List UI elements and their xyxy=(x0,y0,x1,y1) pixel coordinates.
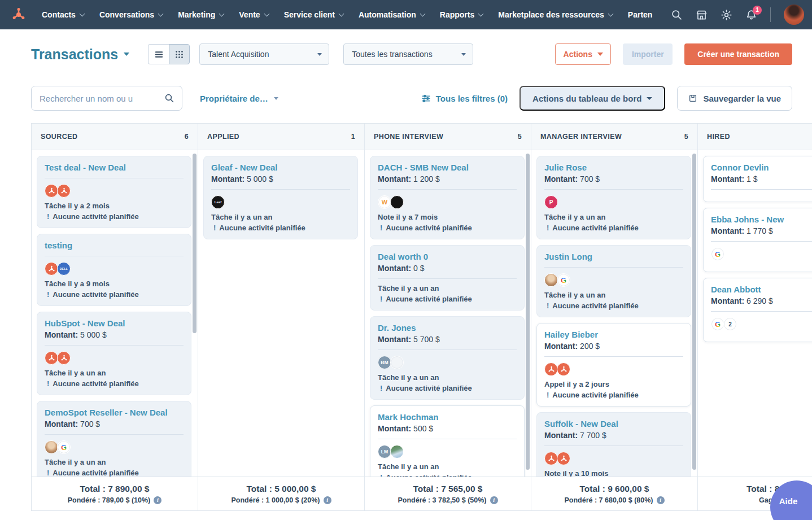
deal-card[interactable]: Justin Long G Tâche il y a un an !Aucune… xyxy=(536,245,691,317)
deal-card[interactable]: testing DELL Tâche il y a 9 mois !Aucune… xyxy=(37,234,191,306)
column-body[interactable]: Julie Rose Montant:700 $ P Tâche il y a … xyxy=(531,150,697,477)
deal-amount: Montant:1 770 $ xyxy=(711,226,812,235)
create-deal-button[interactable]: Créer une transaction xyxy=(684,43,792,65)
deal-title-link[interactable]: Deal worth 0 xyxy=(378,252,517,261)
avatar-row xyxy=(45,183,184,198)
column-count: 6 xyxy=(185,133,189,141)
kanban-column-applied: APPLIED 1 Gleaf - New Deal Montant:5 000… xyxy=(198,124,365,477)
list-view-icon xyxy=(154,50,164,59)
owner-filter[interactable]: Propriétaire de… xyxy=(200,94,278,103)
kanban-board: SOURCED 6 Test deal - New Deal Tâche il … xyxy=(31,123,812,511)
column-body[interactable]: Gleaf - New Deal Montant:5 000 $ Leaf Tâ… xyxy=(198,150,364,477)
deal-title-link[interactable]: testing xyxy=(45,241,184,250)
deal-title-link[interactable]: Justin Long xyxy=(544,252,683,261)
info-icon[interactable]: i xyxy=(657,496,665,504)
deal-amount: Montant:6 290 $ xyxy=(711,296,812,305)
info-icon[interactable]: i xyxy=(490,496,498,504)
nav-item-automatisation[interactable]: Automatisation xyxy=(359,10,425,19)
column-count: 5 xyxy=(518,133,522,141)
column-scrollbar[interactable] xyxy=(526,154,530,470)
search-icon[interactable] xyxy=(671,9,683,21)
pin-avatar: P xyxy=(544,195,558,209)
column-scrollbar[interactable] xyxy=(193,154,197,333)
deal-title-link[interactable]: Test deal - New Deal xyxy=(45,163,184,172)
deal-card[interactable]: Deal worth 0 Montant:0 $ Tâche il y a un… xyxy=(370,245,525,311)
deal-warning: !Aucune activité planifiée xyxy=(45,290,184,299)
board-view-button[interactable] xyxy=(169,44,190,64)
column-body[interactable]: Test deal - New Deal Tâche il y a 2 mois… xyxy=(32,150,198,477)
nav-item-marketing[interactable]: Marketing xyxy=(178,10,224,19)
column-body[interactable]: DACH - SMB New Deal Montant:1 200 $ W No… xyxy=(365,150,531,477)
save-view-button[interactable]: Sauvegarder la vue xyxy=(677,86,792,111)
hubspot-avatar xyxy=(45,262,58,276)
deal-card[interactable]: Gleaf - New Deal Montant:5 000 $ Leaf Tâ… xyxy=(203,156,358,239)
deal-warning: !Aucune activité planifiée xyxy=(45,212,184,221)
nav-item-conversations[interactable]: Conversations xyxy=(99,10,163,19)
nav-item-service-client[interactable]: Service client xyxy=(284,10,343,19)
deal-title-link[interactable]: Hailey Bieber xyxy=(544,330,683,339)
hubspot-avatar xyxy=(544,362,558,376)
deal-title-link[interactable]: Gleaf - New Deal xyxy=(211,163,350,172)
total-amount: Total : 7 565,00 $ xyxy=(413,484,483,494)
marketplace-store-icon[interactable] xyxy=(696,9,708,21)
nav-item-rapports[interactable]: Rapports xyxy=(440,10,483,19)
deal-title-link[interactable]: Dr. Jones xyxy=(378,323,517,333)
deal-card[interactable]: HubSpot - New Deal Montant:5 000 $ Tâche… xyxy=(37,312,191,395)
search-input[interactable] xyxy=(40,94,164,103)
info-icon[interactable]: i xyxy=(154,496,161,504)
nav-item-vente[interactable]: Vente xyxy=(239,10,268,19)
deal-card[interactable]: Mark Hochman Montant:500 $ LM Tâche il y… xyxy=(370,405,525,477)
card-divider xyxy=(45,256,184,256)
all-filters-link[interactable]: Tous les filtres (0) xyxy=(421,94,508,103)
deal-title-link[interactable]: HubSpot - New Deal xyxy=(45,318,184,328)
column-count: 1 xyxy=(351,133,355,141)
save-icon xyxy=(688,94,697,103)
deal-title-link[interactable]: Connor Devlin xyxy=(711,163,812,172)
deal-title-link[interactable]: DACH - SMB New Deal xyxy=(378,163,517,172)
board-actions-button[interactable]: Actions du tableau de bord xyxy=(519,86,665,111)
deal-title-link[interactable]: Suffolk - New Deal xyxy=(544,419,683,429)
deal-title-link[interactable]: Mark Hochman xyxy=(378,412,517,422)
nav-item-marketplace[interactable]: Marketplace des ressources xyxy=(498,10,613,19)
deal-title-link[interactable]: Ebba Johns - New xyxy=(711,215,812,224)
chevron-down-icon xyxy=(420,11,425,16)
search-field[interactable] xyxy=(31,86,182,111)
pipeline-select[interactable]: Talent Acquisition xyxy=(199,43,329,65)
deal-card[interactable]: Dr. Jones Montant:5 700 $ BM Tâche il y … xyxy=(370,316,525,400)
deal-card[interactable]: DACH - SMB New Deal Montant:1 200 $ W No… xyxy=(370,156,525,239)
column-total-applied: Total : 5 000,00 $ Pondéré : 1 000,00 $ … xyxy=(198,477,365,510)
nav-item-contacts[interactable]: Contacts xyxy=(42,10,84,19)
deal-activity: Tâche il y a un an xyxy=(45,458,184,466)
deal-card[interactable]: Suffolk - New Deal Montant:7 700 $ Note … xyxy=(536,412,691,477)
nav-item-partenaires[interactable]: Parten xyxy=(628,10,653,19)
deal-card[interactable]: Dean Abbott Montant:6 290 $ G2 xyxy=(703,278,812,342)
person-avatar xyxy=(544,273,558,287)
deal-card[interactable]: Julie Rose Montant:700 $ P Tâche il y a … xyxy=(536,156,691,239)
actions-button[interactable]: Actions xyxy=(555,43,611,65)
deal-title-link[interactable]: DemoSpot Reseller - New Deal xyxy=(45,408,184,417)
notifications-bell-icon[interactable]: 1 xyxy=(745,9,757,21)
deal-amount: Montant:700 $ xyxy=(45,420,184,429)
warning-mark: ! xyxy=(547,391,549,399)
deal-title-link[interactable]: Dean Abbott xyxy=(711,285,812,294)
column-body[interactable]: Connor Devlin Montant:1 $ Ebba Johns - N… xyxy=(698,150,812,477)
list-view-button[interactable] xyxy=(148,44,169,64)
warning-mark: ! xyxy=(547,224,549,232)
deal-card[interactable]: Connor Devlin Montant:1 $ xyxy=(703,156,812,202)
deal-title-link[interactable]: Julie Rose xyxy=(544,163,683,172)
hubspot-logo-icon[interactable] xyxy=(10,6,27,23)
avatar-row xyxy=(544,451,683,466)
deal-card[interactable]: Ebba Johns - New Montant:1 770 $ G xyxy=(703,208,812,272)
deal-card[interactable]: DemoSpot Reseller - New Deal Montant:700… xyxy=(37,401,191,477)
settings-gear-icon[interactable] xyxy=(721,9,732,21)
deal-card[interactable]: Hailey Bieber Montant:200 $ Appel il y a… xyxy=(536,323,691,407)
info-icon[interactable]: i xyxy=(324,496,331,504)
card-divider xyxy=(378,278,517,279)
page-title[interactable]: Transactions xyxy=(31,46,129,63)
import-button[interactable]: Importer xyxy=(623,43,673,65)
column-header: SOURCED 6 xyxy=(32,124,198,150)
column-scrollbar[interactable] xyxy=(692,154,696,470)
deal-card[interactable]: Test deal - New Deal Tâche il y a 2 mois… xyxy=(37,156,191,228)
deals-filter-select[interactable]: Toutes les transactions xyxy=(343,43,473,65)
user-avatar[interactable] xyxy=(784,5,804,25)
